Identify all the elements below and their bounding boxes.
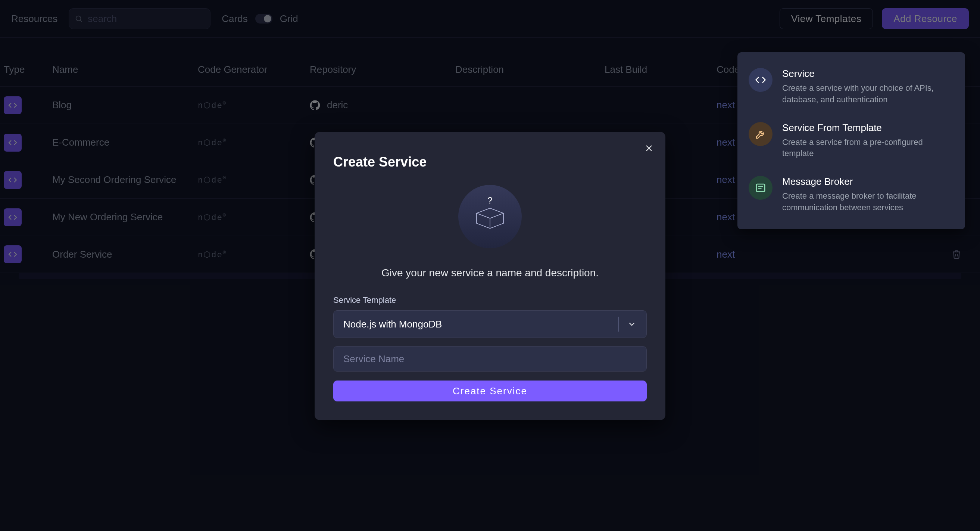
broker-icon [749,176,773,200]
menu-item-title: Service [782,68,954,80]
service-name-input[interactable] [333,346,647,372]
modal-lead: Give your new service a name and descrip… [333,267,647,279]
add-resource-menu: Service Create a service with your choic… [737,52,965,229]
close-icon[interactable] [644,143,654,153]
select-value: Node.js with MongoDB [343,319,442,330]
service-template-label: Service Template [333,295,647,305]
menu-item-desc: Create a service with your choice of API… [782,83,954,106]
create-service-modal: Create Service Give your new service a n… [315,132,665,420]
menu-item-service[interactable]: Service Create a service with your choic… [737,60,965,114]
service-template-select[interactable]: Node.js with MongoDB [333,310,647,338]
menu-item-desc: Create a service from a pre-configured t… [782,137,954,160]
package-illustration [458,185,522,248]
chevron-down-icon [627,319,637,329]
menu-item-service-template[interactable]: Service From Template Create a service f… [737,114,965,168]
menu-item-message-broker[interactable]: Message Broker Create a message broker t… [737,167,965,222]
modal-title: Create Service [333,154,647,170]
svg-marker-7 [477,208,503,218]
menu-item-desc: Create a message broker to facilitate co… [782,190,954,214]
tools-icon [749,122,773,146]
create-service-button[interactable]: Create Service [333,381,647,402]
code-icon [749,68,773,92]
menu-item-title: Message Broker [782,176,954,187]
menu-item-title: Service From Template [782,122,954,134]
